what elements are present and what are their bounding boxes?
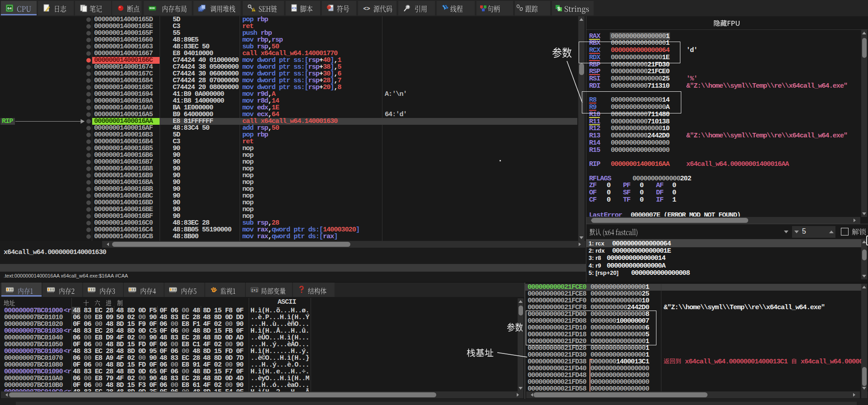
svg-text:<>: <>	[292, 6, 297, 11]
svg-text:S: S	[557, 6, 561, 11]
svg-text:[x]: [x]	[251, 288, 258, 292]
svg-text:<>: <>	[363, 5, 370, 12]
